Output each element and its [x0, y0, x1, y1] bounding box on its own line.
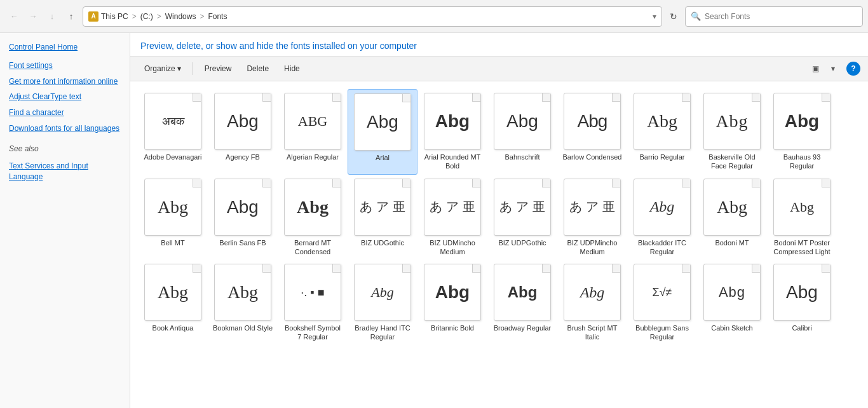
sidebar-section-home: Control Panel Home: [0, 41, 130, 54]
font-preview-broadway: Abg: [508, 283, 538, 301]
font-name-bodoni-poster: Bodoni MT Poster Compressed Light: [772, 238, 832, 257]
font-item-bell[interactable]: AbgBell MT: [138, 175, 208, 261]
font-name-broadway: Broadway Regular: [494, 323, 552, 332]
breadcrumb-sep3: >: [200, 12, 204, 21]
font-card-baskerville: Abg: [703, 93, 761, 150]
font-item-arial[interactable]: AbgArial: [348, 89, 417, 175]
font-preview-cabin-sketch: Abg: [719, 284, 745, 301]
font-preview-bodoni-poster: Abg: [790, 199, 814, 215]
font-item-book-antiqua[interactable]: AbgBook Antiqua: [138, 260, 208, 346]
font-preview-bell: Abg: [158, 197, 188, 217]
font-item-biz-udm[interactable]: あ ア 亜BIZ UDMincho Medium: [417, 175, 487, 261]
font-item-biz-udpm[interactable]: あ ア 亜BIZ UDPMincho Medium: [557, 175, 627, 261]
font-item-bookshelf[interactable]: ·. ▪ ■Bookshelf Symbol 7 Regular: [278, 260, 348, 346]
search-icon: 🔍: [691, 11, 701, 21]
font-name-bahnschrift: Bahnschrift: [505, 153, 539, 161]
font-preview-algerian: ABG: [298, 113, 327, 130]
font-preview-calibri: Abg: [786, 282, 818, 303]
font-item-algerian[interactable]: ABGAlgerian Regular: [278, 89, 348, 175]
font-item-brush[interactable]: AbgBrush Script MT Italic: [557, 260, 627, 346]
sidebar-download-fonts[interactable]: Download fonts for all languages: [0, 122, 130, 135]
font-card-bodoni-poster: Abg: [773, 179, 831, 236]
font-card-bauhaus: Abg: [773, 93, 831, 150]
font-name-algerian: Algerian Regular: [287, 153, 339, 161]
font-item-biz-udpg[interactable]: あ ア 亜BIZ UDPGothic: [487, 175, 557, 261]
breadcrumb-c: (C:): [140, 12, 153, 21]
font-preview-barlow: Abg: [578, 111, 607, 132]
address-bar[interactable]: A This PC > (C:) > Windows > Fonts ▾: [83, 6, 662, 27]
font-item-bernard[interactable]: AbgBernard MT Condensed: [278, 175, 348, 261]
nav-buttons: ← → ↓ ↑: [5, 8, 80, 25]
sidebar-control-panel-home[interactable]: Control Panel Home: [0, 41, 130, 54]
hide-button[interactable]: Hide: [278, 62, 306, 76]
font-name-biz-udm: BIZ UDMincho Medium: [423, 238, 483, 257]
font-card-barlow: Abg: [564, 93, 621, 150]
font-item-barrio[interactable]: AbgBarrio Regular: [627, 89, 697, 175]
font-item-baskerville[interactable]: AbgBaskerville Old Face Regular: [697, 89, 767, 175]
font-item-agency-fb[interactable]: AbgAgency FB: [208, 89, 278, 175]
font-item-arial-rounded[interactable]: AbgArial Rounded MT Bold: [417, 89, 487, 175]
view-buttons: ▣ ▾ ?: [807, 60, 860, 77]
down-button[interactable]: ↓: [43, 8, 61, 25]
font-preview-biz-udm: あ ア 亜: [430, 198, 475, 215]
font-item-blackadder[interactable]: AbgBlackadder ITC Regular: [627, 175, 697, 261]
font-name-cabin-sketch: Cabin Sketch: [711, 323, 752, 332]
search-box[interactable]: 🔍: [685, 6, 863, 27]
font-item-berlin[interactable]: AbgBerlin Sans FB: [208, 175, 278, 261]
font-preview-book-antiqua: Abg: [158, 282, 188, 303]
sidebar-get-more-font-info[interactable]: Get more font information online: [0, 75, 130, 88]
content-area: Preview, delete, or show and hide the fo…: [130, 33, 868, 408]
help-button[interactable]: ?: [846, 62, 860, 76]
font-card-biz-udg: あ ア 亜: [354, 179, 411, 236]
breadcrumb-windows: Windows: [165, 12, 196, 21]
font-item-bodoni-poster[interactable]: AbgBodoni MT Poster Compressed Light: [767, 175, 837, 261]
font-item-bodoni[interactable]: AbgBodoni MT: [697, 175, 767, 261]
view-icon-button[interactable]: ▣: [807, 60, 824, 77]
font-name-bubblegum: Bubblegum Sans Regular: [632, 323, 693, 342]
font-name-agency-fb: Agency FB: [226, 153, 260, 161]
font-card-bookshelf: ·. ▪ ■: [284, 264, 341, 321]
font-item-broadway[interactable]: AbgBroadway Regular: [487, 260, 557, 346]
delete-button[interactable]: Delete: [240, 62, 275, 76]
font-card-arial-rounded: Abg: [424, 93, 481, 150]
font-item-bookman[interactable]: AbgBookman Old Style: [208, 260, 278, 346]
font-card-broadway: Abg: [494, 264, 551, 321]
sidebar-find-character[interactable]: Find a character: [0, 106, 130, 119]
font-preview-biz-udpm: あ ア 亜: [569, 198, 614, 215]
toolbar-separator: [193, 62, 193, 75]
back-button[interactable]: ←: [5, 8, 23, 25]
organize-button[interactable]: Organize ▾: [138, 62, 187, 76]
font-name-adobe-devanagari: Adobe Devanagari: [144, 153, 201, 161]
font-item-adobe-devanagari[interactable]: अबकAdobe Devanagari: [138, 89, 208, 175]
font-card-agency-fb: Abg: [214, 93, 271, 150]
font-item-bahnschrift[interactable]: AbgBahnschrift: [487, 89, 557, 175]
refresh-button[interactable]: ↻: [665, 8, 682, 25]
sidebar-font-settings[interactable]: Font settings: [0, 59, 130, 72]
font-item-calibri[interactable]: AbgCalibri: [767, 260, 837, 346]
font-name-biz-udpm: BIZ UDPMincho Medium: [562, 238, 623, 257]
view-chevron-button[interactable]: ▾: [825, 60, 841, 77]
font-name-arial-rounded: Arial Rounded MT Bold: [423, 153, 483, 171]
font-item-bauhaus[interactable]: AbgBauhaus 93 Regular: [767, 89, 837, 175]
font-item-bradley[interactable]: AbgBradley Hand ITC Regular: [348, 260, 417, 346]
sidebar-cleartype[interactable]: Adjust ClearType text: [0, 90, 130, 104]
font-card-algerian: ABG: [284, 93, 341, 150]
font-name-baskerville: Baskerville Old Face Regular: [702, 153, 763, 171]
font-item-cabin-sketch[interactable]: AbgCabin Sketch: [697, 260, 767, 346]
breadcrumb-sep2: >: [157, 12, 161, 21]
preview-button[interactable]: Preview: [198, 62, 238, 76]
up-button[interactable]: ↑: [62, 8, 80, 25]
font-item-barlow[interactable]: AbgBarlow Condensed: [557, 89, 627, 175]
sidebar-text-services[interactable]: Text Services and Input Language: [0, 160, 130, 184]
search-input[interactable]: [705, 12, 857, 21]
font-name-calibri: Calibri: [792, 323, 811, 332]
font-item-bubblegum[interactable]: Σ√≠Bubblegum Sans Regular: [627, 260, 697, 346]
forward-button[interactable]: →: [24, 8, 42, 25]
font-item-britannic[interactable]: AbgBritannic Bold: [417, 260, 487, 346]
font-preview-bernard: Abg: [297, 197, 329, 217]
font-item-biz-udg[interactable]: あ ア 亜BIZ UDGothic: [348, 175, 417, 261]
subtitle: Preview, delete, or show and hide the fo…: [130, 33, 868, 57]
breadcrumb-fonts: Fonts: [208, 12, 227, 21]
font-preview-britannic: Abg: [435, 282, 470, 303]
font-name-barrio: Barrio Regular: [640, 153, 685, 161]
